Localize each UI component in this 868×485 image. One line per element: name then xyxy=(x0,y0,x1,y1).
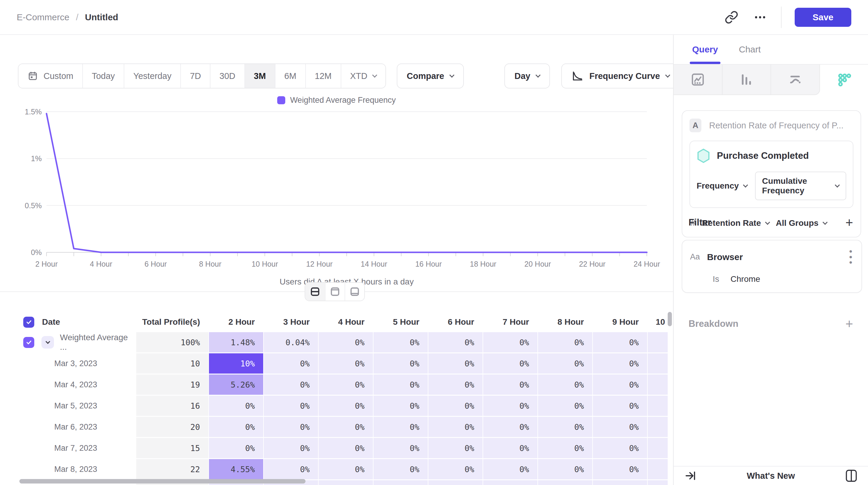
range-button-xtd[interactable]: XTD xyxy=(341,64,385,88)
chart-type-bar-chart[interactable] xyxy=(722,65,771,95)
retention-cell[interactable]: 0% xyxy=(538,417,592,437)
retention-cell[interactable]: 0% xyxy=(538,459,592,479)
retention-cell[interactable] xyxy=(648,353,668,374)
layout-panel-button[interactable] xyxy=(843,468,859,484)
total-profiles-cell[interactable]: 15 xyxy=(136,438,208,458)
retention-cell[interactable]: 0% xyxy=(319,353,373,374)
column-header-3-hour[interactable]: 3 Hour xyxy=(264,313,318,331)
retention-cell[interactable]: 0% xyxy=(373,459,428,479)
horizontal-scrollbar[interactable] xyxy=(20,479,306,484)
collapse-panel-button[interactable] xyxy=(683,468,698,484)
row-checkbox[interactable] xyxy=(23,337,34,348)
retention-cell[interactable] xyxy=(648,417,668,437)
chart-type-flow[interactable] xyxy=(771,65,820,95)
range-button-yesterday[interactable]: Yesterday xyxy=(124,64,180,88)
retention-cell[interactable]: 0% xyxy=(593,459,647,479)
chart-type-line[interactable] xyxy=(674,65,722,95)
retention-cell[interactable] xyxy=(648,332,668,352)
range-button-30d[interactable]: 30D xyxy=(210,64,244,88)
retention-cell[interactable]: 0% xyxy=(538,332,592,352)
retention-cell[interactable]: 0% xyxy=(428,396,483,416)
retention-cell[interactable]: 0% xyxy=(319,332,373,352)
retention-cell[interactable] xyxy=(648,438,668,458)
column-header-5-hour[interactable]: 5 Hour xyxy=(373,313,428,331)
retention-cell[interactable]: 0% xyxy=(264,417,318,437)
retention-cell[interactable]: 0% xyxy=(264,459,318,479)
retention-cell[interactable]: 0% xyxy=(319,375,373,395)
retention-cell[interactable]: 0% xyxy=(209,438,263,458)
table-row[interactable]: Mar 8, 2023224.55%0%0%0%0%0%0%0% xyxy=(18,459,668,479)
frequency-dropdown[interactable]: Frequency xyxy=(696,181,747,191)
range-button-3m[interactable]: 3M xyxy=(244,64,275,88)
filter-card[interactable]: Aa Browser ••• Is Chrome xyxy=(682,240,862,293)
column-header-8-hour[interactable]: 8 Hour xyxy=(538,313,592,331)
retention-cell[interactable]: 0% xyxy=(428,353,483,374)
retention-cell[interactable]: 5.26% xyxy=(209,375,263,395)
add-breakdown-button[interactable]: + xyxy=(845,317,853,330)
retention-cell[interactable]: 0% xyxy=(483,332,537,352)
view-toggle-table-only[interactable] xyxy=(345,283,364,300)
retention-cell[interactable]: 0% xyxy=(428,417,483,437)
retention-cell[interactable]: 0% xyxy=(209,417,263,437)
retention-cell[interactable]: 0% xyxy=(264,375,318,395)
retention-cell[interactable]: 0% xyxy=(319,459,373,479)
filter-value[interactable]: Chrome xyxy=(731,274,761,284)
retention-cell[interactable]: 0% xyxy=(538,375,592,395)
whats-new-link[interactable]: What's New xyxy=(747,471,795,481)
retention-cell[interactable]: 0% xyxy=(538,438,592,458)
frequency-curve-line[interactable] xyxy=(46,114,647,252)
retention-cell[interactable]: 0% xyxy=(319,417,373,437)
column-header-7-hour[interactable]: 7 Hour xyxy=(483,313,537,331)
table-row[interactable]: Mar 4, 2023195.26%0%0%0%0%0%0%0% xyxy=(18,375,668,395)
cumulative-frequency-dropdown[interactable]: Cumulative Frequency xyxy=(755,171,846,200)
retention-cell[interactable]: 0% xyxy=(593,417,647,437)
compare-button[interactable]: Compare xyxy=(397,63,464,89)
retention-cell[interactable]: 0% xyxy=(538,353,592,374)
filter-operator[interactable]: Is xyxy=(713,274,719,284)
view-toggle-split-view[interactable] xyxy=(305,283,325,300)
retention-cell[interactable]: 0% xyxy=(428,438,483,458)
event-row[interactable]: Purchase Completed xyxy=(696,148,846,163)
total-profiles-cell[interactable]: 10 xyxy=(136,353,208,374)
column-header-4-hour[interactable]: 4 Hour xyxy=(319,313,373,331)
table-row[interactable]: Weighted Average ...100%1.48%0.04%0%0%0%… xyxy=(18,332,668,352)
retention-cell[interactable]: 0% xyxy=(593,396,647,416)
retention-cell[interactable]: 0.04% xyxy=(264,332,318,352)
retention-cell[interactable]: 0% xyxy=(319,438,373,458)
retention-cell[interactable]: 0% xyxy=(209,396,263,416)
retention-cell[interactable]: 1.48% xyxy=(209,332,263,352)
tab-chart[interactable]: Chart xyxy=(739,35,761,64)
table-row[interactable]: Mar 7, 2023150%0%0%0%0%0%0%0% xyxy=(18,438,668,458)
retention-cell[interactable]: 0% xyxy=(264,396,318,416)
total-profiles-cell[interactable]: 20 xyxy=(136,417,208,437)
retention-cell[interactable]: 0% xyxy=(483,396,537,416)
retention-cell[interactable]: 0% xyxy=(483,375,537,395)
retention-cell[interactable]: 0% xyxy=(483,459,537,479)
select-all-checkbox[interactable] xyxy=(23,317,34,328)
retention-cell[interactable]: 0% xyxy=(373,438,428,458)
table-row[interactable]: Mar 5, 2023160%0%0%0%0%0%0%0% xyxy=(18,396,668,416)
retention-cell[interactable]: 0% xyxy=(428,375,483,395)
row-expander[interactable] xyxy=(41,336,54,349)
retention-cell[interactable] xyxy=(648,459,668,479)
retention-cell[interactable]: 0% xyxy=(483,417,537,437)
column-header-6-hour[interactable]: 6 Hour xyxy=(428,313,483,331)
more-options-button[interactable] xyxy=(752,9,768,25)
chart-mode-dropdown[interactable]: Frequency Curve xyxy=(561,63,673,89)
chart-type-frequency[interactable] xyxy=(820,65,868,95)
retention-cell[interactable]: 0% xyxy=(428,459,483,479)
retention-cell[interactable] xyxy=(648,396,668,416)
range-button-today[interactable]: Today xyxy=(82,64,124,88)
column-header-10[interactable]: 10 xyxy=(648,313,668,331)
column-header-total-profile-s-[interactable]: Total Profile(s) xyxy=(136,313,208,331)
retention-cell[interactable]: 0% xyxy=(593,438,647,458)
retention-cell[interactable]: 0% xyxy=(538,396,592,416)
retention-cell[interactable]: 0% xyxy=(373,332,428,352)
total-profiles-cell[interactable]: 100% xyxy=(136,332,208,352)
range-button-7d[interactable]: 7D xyxy=(180,64,210,88)
retention-cell[interactable]: 0% xyxy=(593,332,647,352)
column-header-2-hour[interactable]: 2 Hour xyxy=(209,313,263,331)
retention-cell[interactable]: 0% xyxy=(593,375,647,395)
frequency-curve-chart[interactable]: 1.5%1%0.5%0%2 Hour4 Hour6 Hour8 Hour10 H… xyxy=(0,89,673,286)
range-button-custom[interactable]: Custom xyxy=(19,64,82,88)
